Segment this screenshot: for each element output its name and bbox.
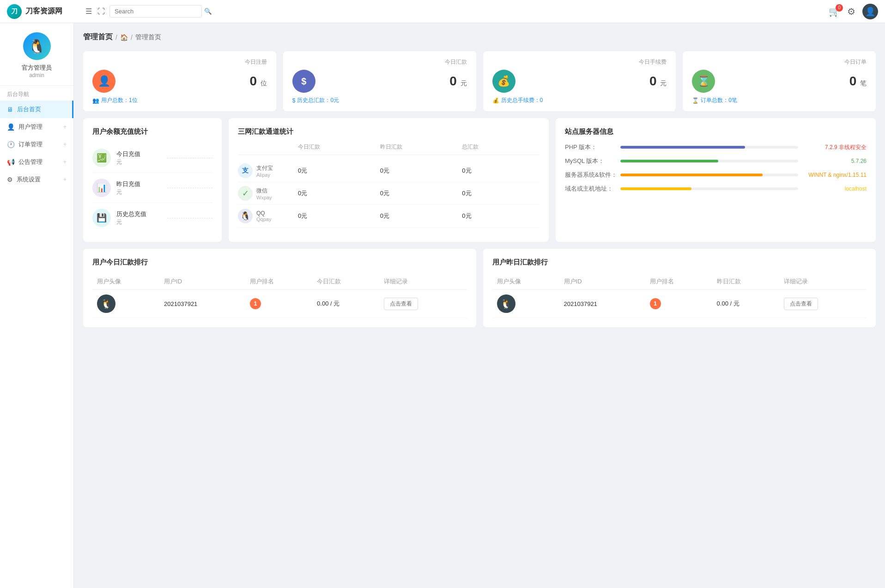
yesterday-user-detail-cell: 点击查看 (779, 290, 867, 318)
search-button[interactable]: 🔍 (204, 8, 212, 15)
os-bar (620, 174, 798, 176)
settings-icon[interactable]: ⚙ (847, 6, 855, 17)
wechat-total: 0元 (462, 189, 539, 198)
user-avatar-top[interactable]: 👤 (862, 4, 878, 19)
top-navbar: 刀 刀客资源网 ☰ ⛶ 🔍 🛒 0 ⚙ 👤 (0, 0, 885, 23)
stat-unit-fee: 元 (660, 79, 667, 87)
php-bar (620, 146, 798, 149)
stat-value-fee: 0 元 (649, 74, 667, 88)
stat-value-remittance: 0 元 (449, 74, 467, 88)
yesterday-detail-button[interactable]: 点击查看 (784, 298, 818, 310)
alipay-icon: 支 (238, 163, 253, 178)
today-col-avatar: 用户头像 (92, 274, 159, 290)
recharge-today-icon: 💹 (92, 149, 111, 167)
payment-col-today: 今日汇款 (298, 143, 376, 151)
wechat-today: 0元 (298, 189, 376, 198)
qq-today: 0元 (298, 212, 376, 220)
today-user-detail-cell: 点击查看 (379, 290, 467, 318)
stat-label-register: 今日注册 (92, 58, 267, 66)
sidebar-item-settings-label: 系统设置 (17, 175, 41, 184)
user-profile: 🐧 官方管理员 admin (0, 23, 73, 86)
orders-total-icon: ⌛ (692, 97, 699, 104)
recharge-today-name: 今日充值 (116, 150, 162, 158)
sidebar-item-home[interactable]: 🖥 后台首页 (0, 101, 73, 118)
recharge-yesterday-name: 昨日充值 (116, 180, 162, 188)
alipay-sub: Alipay (256, 172, 273, 178)
sidebar-item-orders-label: 订单管理 (18, 140, 42, 149)
menu-toggle-button[interactable]: ☰ (85, 7, 92, 16)
wechat-sub: Wxpay (256, 195, 272, 200)
settings-icon-sidebar: ⚙ (7, 176, 13, 183)
user-avatar-sidebar: 🐧 (23, 32, 51, 60)
os-bar-wrap: WINNT & nginx/1.15.11 (620, 172, 867, 178)
domain-value: localhost (802, 186, 867, 192)
mysql-bar (620, 160, 798, 162)
recharge-item-yesterday: 📊 昨日充值 元 (92, 173, 212, 203)
remittance-history-label: 历史总汇款：0元 (297, 96, 339, 104)
stat-icon-remittance: $ (292, 70, 315, 93)
alipay-info: 支付宝 Alipay (256, 164, 273, 178)
payment-title: 三网汇款通道统计 (238, 127, 539, 136)
breadcrumb-home-link[interactable]: 🏠 (120, 34, 128, 41)
yesterday-user-avatar-cell: 🐧 (492, 290, 559, 318)
logo-area: 刀 刀客资源网 (7, 4, 81, 19)
orders-icon: 🕐 (7, 141, 15, 148)
stat-content-register: 👤 0 位 (92, 70, 267, 93)
qq-info: QQ Qqpay (256, 210, 271, 222)
payment-col-total: 总汇款 (462, 143, 539, 151)
stat-icon-fee: 💰 (492, 70, 515, 93)
search-input[interactable] (109, 5, 202, 18)
users-icon: 👤 (7, 123, 15, 131)
stat-sub-orders: ⌛ 订单总数：0笔 (692, 96, 867, 104)
php-label: PHP 版本： (565, 143, 620, 151)
yesterday-col-rank: 用户排名 (645, 274, 712, 290)
yesterday-user-id: 2021037921 (559, 290, 645, 318)
os-bar-fill (620, 174, 763, 176)
today-user-avatar-cell: 🐧 (92, 290, 159, 318)
mysql-value: 5.7.26 (802, 158, 867, 164)
server-row-domain: 域名或主机地址： localhost (565, 185, 867, 193)
fee-history-icon: 💰 (492, 97, 499, 104)
bottom-row: 用户今日汇款排行 用户头像 用户ID 用户排名 今日汇款 详细记录 (83, 249, 876, 327)
today-col-detail: 详细记录 (379, 274, 467, 290)
stat-unit-orders: 笔 (860, 79, 867, 87)
today-user-avatar: 🐧 (97, 294, 115, 313)
notification-icon[interactable]: 🛒 0 (829, 6, 840, 17)
sidebar: 🐧 官方管理员 admin 后台导航 🖥 后台首页 👤 用户管理 + 🕐 订单管… (0, 23, 74, 588)
yesterday-ranking-section: 用户昨日汇款排行 用户头像 用户ID 用户排名 昨日汇款 详细记录 (483, 249, 876, 327)
yesterday-user-amount: 0.00 / 元 (712, 290, 779, 318)
notice-expand-icon: + (63, 159, 67, 165)
table-row: 🐧 2021037921 1 0.00 / 元 点击查看 (492, 290, 867, 318)
table-row: 🐧 2021037921 1 0.00 / 元 点击查看 (92, 290, 467, 318)
stat-card-remittance: 今日汇款 $ 0 元 $ 历史总汇款：0元 (283, 51, 476, 111)
domain-label: 域名或主机地址： (565, 185, 620, 193)
domain-bar (620, 187, 798, 190)
alipay-name: 支付宝 (256, 164, 273, 172)
recharge-yesterday-text: 昨日充值 元 (116, 180, 162, 196)
fullscreen-button[interactable]: ⛶ (97, 7, 105, 16)
yesterday-col-id: 用户ID (559, 274, 645, 290)
server-title: 站点服务器信息 (565, 127, 867, 136)
top-right-icons: 🛒 0 ⚙ 👤 (829, 4, 878, 19)
yesterday-col-amount: 昨日汇款 (712, 274, 779, 290)
today-table-header-row: 用户头像 用户ID 用户排名 今日汇款 详细记录 (92, 274, 467, 290)
orders-expand-icon: + (63, 141, 67, 148)
payment-card: 三网汇款通道统计 今日汇款 昨日汇款 总汇款 支 支付宝 (229, 118, 549, 242)
sidebar-item-orders[interactable]: 🕐 订单管理 + (0, 136, 73, 153)
recharge-total-line (167, 218, 212, 218)
sidebar-item-notice[interactable]: 📢 公告管理 + (0, 153, 73, 171)
alipay-yesterday: 0元 (380, 167, 458, 175)
stat-icon-orders: ⌛ (692, 70, 715, 93)
sidebar-item-home-label: 后台首页 (17, 105, 41, 114)
mysql-bar-fill (620, 160, 718, 162)
server-row-os: 服务器系统&软件： WINNT & nginx/1.15.11 (565, 171, 867, 179)
payment-channel-wechat: ✓ 微信 Wxpay (238, 186, 293, 201)
sidebar-item-settings[interactable]: ⚙ 系统设置 + (0, 171, 73, 188)
sidebar-item-users[interactable]: 👤 用户管理 + (0, 118, 73, 136)
settings-expand-icon: + (63, 176, 67, 183)
today-user-rank: 1 (245, 290, 312, 318)
recharge-today-amount: 元 (116, 158, 162, 166)
yesterday-table-header-row: 用户头像 用户ID 用户排名 昨日汇款 详细记录 (492, 274, 867, 290)
payment-channel-alipay: 支 支付宝 Alipay (238, 163, 293, 178)
today-detail-button[interactable]: 点击查看 (384, 298, 418, 310)
